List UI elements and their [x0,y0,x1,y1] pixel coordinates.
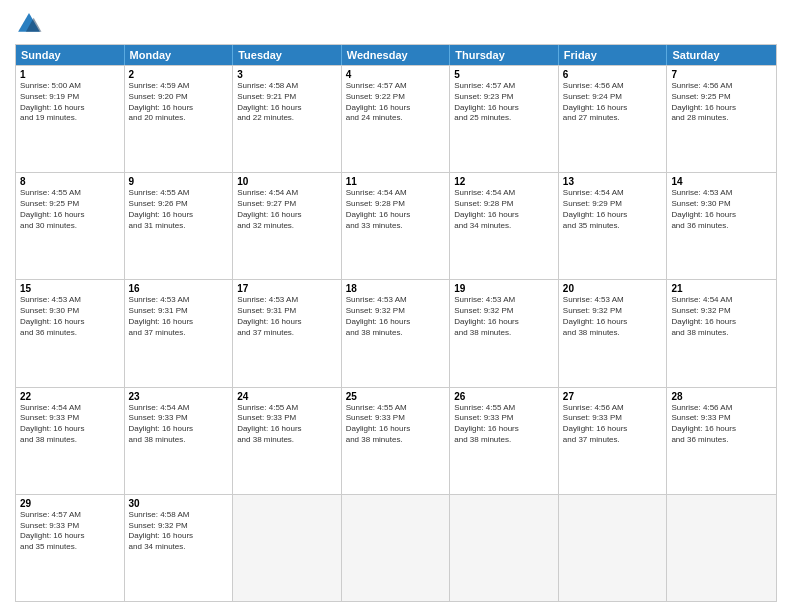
cell-text-line: Sunrise: 4:55 AM [454,403,554,414]
day-number: 27 [563,391,663,402]
header-day-friday: Friday [559,45,668,65]
cell-text-line: Daylight: 16 hours [346,210,446,221]
cell-text-line: Daylight: 16 hours [454,424,554,435]
day-number: 1 [20,69,120,80]
cell-text-line: and 38 minutes. [454,435,554,446]
cell-text-line: Sunset: 9:33 PM [671,413,772,424]
cell-text-line: Sunset: 9:30 PM [671,199,772,210]
cell-text-line: and 38 minutes. [346,328,446,339]
cell-text-line: and 38 minutes. [671,328,772,339]
calendar-day-3: 3Sunrise: 4:58 AMSunset: 9:21 PMDaylight… [233,66,342,172]
calendar-day-1: 1Sunrise: 5:00 AMSunset: 9:19 PMDaylight… [16,66,125,172]
cell-text-line: Sunset: 9:33 PM [346,413,446,424]
cell-text-line: and 30 minutes. [20,221,120,232]
day-number: 4 [346,69,446,80]
header-day-tuesday: Tuesday [233,45,342,65]
day-number: 23 [129,391,229,402]
cell-text-line: and 36 minutes. [671,221,772,232]
calendar-header-row: SundayMondayTuesdayWednesdayThursdayFrid… [16,45,776,65]
day-number: 6 [563,69,663,80]
cell-text-line: Sunrise: 4:55 AM [346,403,446,414]
cell-text-line: Sunrise: 4:55 AM [129,188,229,199]
day-number: 12 [454,176,554,187]
cell-text-line: Sunset: 9:32 PM [563,306,663,317]
cell-text-line: Sunrise: 4:57 AM [454,81,554,92]
cell-text-line: Sunset: 9:26 PM [129,199,229,210]
cell-text-line: Sunset: 9:33 PM [237,413,337,424]
cell-text-line: Sunset: 9:33 PM [454,413,554,424]
cell-text-line: Sunrise: 4:54 AM [237,188,337,199]
cell-text-line: Sunrise: 4:55 AM [237,403,337,414]
cell-text-line: Sunset: 9:31 PM [237,306,337,317]
calendar-body: 1Sunrise: 5:00 AMSunset: 9:19 PMDaylight… [16,65,776,601]
cell-text-line: Sunrise: 4:59 AM [129,81,229,92]
calendar-day-19: 19Sunrise: 4:53 AMSunset: 9:32 PMDayligh… [450,280,559,386]
calendar-day-26: 26Sunrise: 4:55 AMSunset: 9:33 PMDayligh… [450,388,559,494]
cell-text-line: Daylight: 16 hours [563,103,663,114]
cell-text-line: Daylight: 16 hours [129,210,229,221]
calendar-day-24: 24Sunrise: 4:55 AMSunset: 9:33 PMDayligh… [233,388,342,494]
cell-text-line: and 35 minutes. [20,542,120,553]
cell-text-line: Sunset: 9:33 PM [20,413,120,424]
day-number: 24 [237,391,337,402]
cell-text-line: Sunrise: 4:56 AM [563,81,663,92]
cell-text-line: Daylight: 16 hours [20,531,120,542]
cell-text-line: Daylight: 16 hours [237,424,337,435]
cell-text-line: Sunset: 9:21 PM [237,92,337,103]
day-number: 28 [671,391,772,402]
calendar-day-30: 30Sunrise: 4:58 AMSunset: 9:32 PMDayligh… [125,495,234,601]
calendar-day-15: 15Sunrise: 4:53 AMSunset: 9:30 PMDayligh… [16,280,125,386]
cell-text-line: and 38 minutes. [129,435,229,446]
cell-text-line: Daylight: 16 hours [20,103,120,114]
cell-text-line: Sunrise: 4:58 AM [237,81,337,92]
calendar-day-27: 27Sunrise: 4:56 AMSunset: 9:33 PMDayligh… [559,388,668,494]
cell-text-line: Sunset: 9:27 PM [237,199,337,210]
cell-text-line: Sunset: 9:33 PM [129,413,229,424]
calendar-day-8: 8Sunrise: 4:55 AMSunset: 9:25 PMDaylight… [16,173,125,279]
cell-text-line: Daylight: 16 hours [20,424,120,435]
cell-text-line: Sunrise: 4:58 AM [129,510,229,521]
cell-text-line: Daylight: 16 hours [129,103,229,114]
calendar-day-18: 18Sunrise: 4:53 AMSunset: 9:32 PMDayligh… [342,280,451,386]
header-day-saturday: Saturday [667,45,776,65]
cell-text-line: Sunrise: 4:57 AM [346,81,446,92]
day-number: 20 [563,283,663,294]
cell-text-line: Daylight: 16 hours [671,103,772,114]
cell-text-line: Sunrise: 4:53 AM [20,295,120,306]
cell-text-line: Sunset: 9:32 PM [346,306,446,317]
cell-text-line: Sunset: 9:23 PM [454,92,554,103]
day-number: 30 [129,498,229,509]
day-number: 16 [129,283,229,294]
cell-text-line: Daylight: 16 hours [237,317,337,328]
cell-text-line: Daylight: 16 hours [346,103,446,114]
calendar-empty-cell [342,495,451,601]
cell-text-line: and 37 minutes. [129,328,229,339]
calendar-day-7: 7Sunrise: 4:56 AMSunset: 9:25 PMDaylight… [667,66,776,172]
cell-text-line: and 38 minutes. [237,435,337,446]
calendar-week-2: 15Sunrise: 4:53 AMSunset: 9:30 PMDayligh… [16,279,776,386]
cell-text-line: Sunrise: 4:54 AM [20,403,120,414]
calendar-day-5: 5Sunrise: 4:57 AMSunset: 9:23 PMDaylight… [450,66,559,172]
cell-text-line: Daylight: 16 hours [346,317,446,328]
cell-text-line: Daylight: 16 hours [129,531,229,542]
header-day-sunday: Sunday [16,45,125,65]
cell-text-line: Daylight: 16 hours [237,103,337,114]
calendar-day-14: 14Sunrise: 4:53 AMSunset: 9:30 PMDayligh… [667,173,776,279]
calendar-day-17: 17Sunrise: 4:53 AMSunset: 9:31 PMDayligh… [233,280,342,386]
header-day-monday: Monday [125,45,234,65]
calendar-day-13: 13Sunrise: 4:54 AMSunset: 9:29 PMDayligh… [559,173,668,279]
calendar-day-23: 23Sunrise: 4:54 AMSunset: 9:33 PMDayligh… [125,388,234,494]
calendar-empty-cell [559,495,668,601]
calendar: SundayMondayTuesdayWednesdayThursdayFrid… [15,44,777,602]
cell-text-line: Daylight: 16 hours [563,317,663,328]
page: SundayMondayTuesdayWednesdayThursdayFrid… [0,0,792,612]
calendar-day-29: 29Sunrise: 4:57 AMSunset: 9:33 PMDayligh… [16,495,125,601]
day-number: 25 [346,391,446,402]
calendar-empty-cell [450,495,559,601]
cell-text-line: Sunrise: 4:53 AM [346,295,446,306]
cell-text-line: and 35 minutes. [563,221,663,232]
cell-text-line: Sunset: 9:22 PM [346,92,446,103]
day-number: 22 [20,391,120,402]
header-day-wednesday: Wednesday [342,45,451,65]
cell-text-line: Daylight: 16 hours [671,210,772,221]
